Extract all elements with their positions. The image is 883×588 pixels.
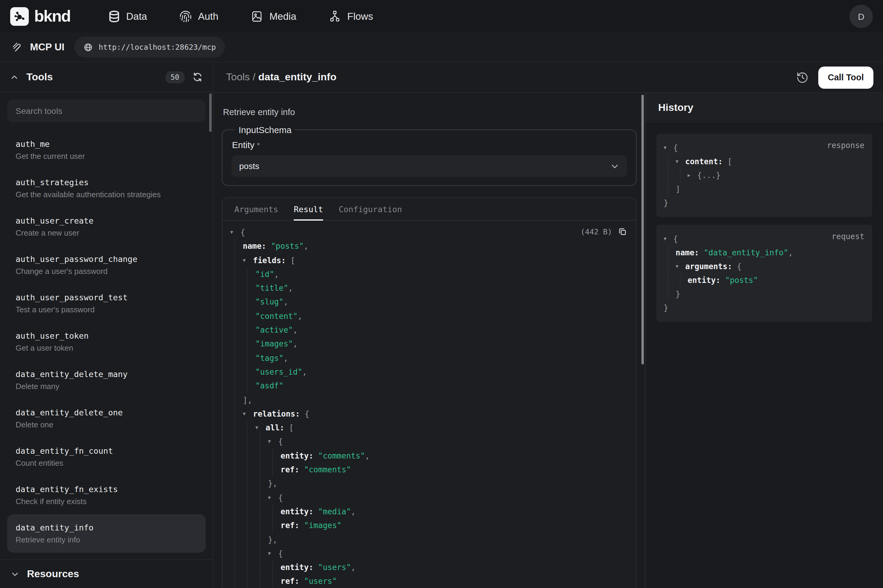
tool-list-item[interactable]: auth_user_create Create a new user <box>7 207 205 246</box>
tool-list-item[interactable]: data_entity_info Retrieve entity info <box>7 514 205 553</box>
breadcrumb: Tools / data_entity_info <box>226 71 336 83</box>
search-input[interactable] <box>7 99 205 122</box>
entity-select[interactable]: posts <box>231 155 627 177</box>
tool-list-item[interactable]: data_entity_delete_one Delete one <box>7 399 205 438</box>
json-line: ▼{ <box>230 225 628 240</box>
copy-icon[interactable] <box>618 227 627 236</box>
tool-name: auth_user_password_test <box>16 291 197 303</box>
tool-detail-header: Tools / data_entity_info Call Tool <box>213 62 883 93</box>
json-line: }, <box>230 532 628 547</box>
history-clock-icon[interactable] <box>796 71 809 84</box>
json-token: "users_id" <box>255 365 303 379</box>
collapse-toggle-icon[interactable]: ▼ <box>243 407 253 421</box>
tools-count-badge: 50 <box>165 71 184 83</box>
brand-logo[interactable]: bknd <box>10 7 70 26</box>
indent-guide <box>230 267 243 281</box>
tool-list-item[interactable]: data_entity_fn_count Count entities <box>7 438 205 476</box>
history-entry-response[interactable]: response▼{▼content: [▶{...}]} <box>657 134 872 217</box>
breadcrumb-section[interactable]: Tools <box>226 71 250 83</box>
json-token: , <box>283 295 288 309</box>
indent-guide <box>676 168 688 182</box>
chevron-down-icon <box>610 162 619 171</box>
indent-guide <box>243 505 255 519</box>
mcp-url-chip[interactable]: http://localhost:28623/mcp <box>75 37 225 57</box>
sidebar-scrollbar[interactable] <box>209 93 211 132</box>
collapse-toggle-icon[interactable]: ▼ <box>664 141 673 154</box>
user-avatar[interactable]: D <box>849 4 873 28</box>
tab-arguments[interactable]: Arguments <box>226 198 286 220</box>
resources-section-header[interactable]: Resources <box>0 559 213 588</box>
nav-item-data[interactable]: Data <box>108 10 147 22</box>
json-token: { <box>732 260 742 273</box>
collapse-toggle-icon[interactable]: ▼ <box>268 490 278 505</box>
indent-guide <box>230 253 243 267</box>
tool-list-item[interactable]: auth_user_token Get a user token <box>7 322 205 361</box>
indent-guide <box>268 519 280 532</box>
nav-item-auth[interactable]: Auth <box>180 10 219 22</box>
collapse-toggle-icon[interactable]: ▼ <box>676 154 685 168</box>
tools-section-header[interactable]: Tools 50 <box>0 62 213 92</box>
json-token: { <box>278 490 283 505</box>
json-line: entity: "users", <box>230 560 628 574</box>
indent-guide <box>255 449 268 463</box>
indent-guide <box>243 449 255 463</box>
json-line: ▼{ <box>230 547 628 561</box>
collapse-toggle-icon[interactable]: ▼ <box>664 232 673 246</box>
collapse-toggle-icon[interactable]: ▼ <box>676 260 685 273</box>
json-token: "comments" <box>300 463 351 477</box>
json-token: "content" <box>255 309 298 323</box>
result-size-badge: (442 B) <box>580 227 612 236</box>
collapse-toggle-icon[interactable]: ▼ <box>230 225 240 240</box>
tool-name: data_entity_fn_count <box>16 445 197 457</box>
indent-guide <box>230 477 243 491</box>
tool-description: Check if entity exists <box>16 496 197 507</box>
indent-guide <box>664 260 676 273</box>
history-entry-request[interactable]: request▼{name: "data_entity_info",▼argum… <box>657 225 872 322</box>
entity-select-value: posts <box>239 161 259 171</box>
nav-item-flows[interactable]: Flows <box>329 10 373 22</box>
entity-field-label: Entity* <box>232 140 627 150</box>
collapse-toggle-icon[interactable]: ▼ <box>243 253 253 267</box>
tool-list-item[interactable]: data_entity_fn_exists Check if entity ex… <box>7 476 205 514</box>
indent-guide <box>230 337 243 351</box>
tab-configuration[interactable]: Configuration <box>331 198 410 220</box>
tool-description: Retrieve entity info <box>223 107 636 117</box>
tool-list-item[interactable]: auth_me Get the current user <box>7 130 205 169</box>
workflow-icon <box>329 10 342 22</box>
expand-toggle-icon[interactable]: ▶ <box>688 168 697 182</box>
tool-description: Get the current user <box>16 151 197 162</box>
tool-description: Create a new user <box>16 228 197 238</box>
resources-section-title: Resources <box>27 568 79 580</box>
tab-result[interactable]: Result <box>286 198 331 220</box>
indent-guide <box>268 449 280 463</box>
json-token: entity: <box>280 449 313 463</box>
tool-list-item[interactable]: data_entity_delete_many Delete many <box>7 361 205 399</box>
collapse-toggle-icon[interactable]: ▼ <box>268 547 278 561</box>
chevron-up-icon[interactable] <box>10 73 19 81</box>
main-scrollbar[interactable] <box>642 95 644 364</box>
refresh-icon[interactable] <box>192 72 202 82</box>
tool-description: Test a user's password <box>16 304 197 315</box>
json-token: { <box>673 141 678 154</box>
json-line: ] <box>664 182 865 196</box>
tool-list-item[interactable]: auth_user_password_test Test a user's pa… <box>7 284 205 322</box>
call-tool-button[interactable]: Call Tool <box>818 66 873 88</box>
indent-guide <box>255 463 268 477</box>
collapse-toggle-icon[interactable]: ▼ <box>268 435 278 449</box>
tool-description: Delete one <box>16 420 197 430</box>
indent-guide <box>243 519 255 532</box>
tool-io-card: Arguments Result Configuration (442 B) <box>222 197 637 588</box>
tool-list-item[interactable]: auth_user_password_change Change a user'… <box>7 246 205 284</box>
brand-name: bknd <box>34 8 70 24</box>
collapse-toggle-icon[interactable]: ▼ <box>255 421 265 435</box>
tool-list-item[interactable]: auth_strategies Get the available authen… <box>7 169 205 207</box>
nav-item-media[interactable]: Media <box>251 10 297 22</box>
indent-guide <box>243 267 255 281</box>
tool-description: Count entities <box>16 458 197 469</box>
indent-guide <box>230 490 243 505</box>
tools-section-title: Tools <box>26 71 157 83</box>
json-token: , <box>365 449 370 463</box>
json-line: "slug", <box>230 295 628 309</box>
json-token: }, <box>268 532 277 547</box>
json-line: "tags", <box>230 351 628 365</box>
